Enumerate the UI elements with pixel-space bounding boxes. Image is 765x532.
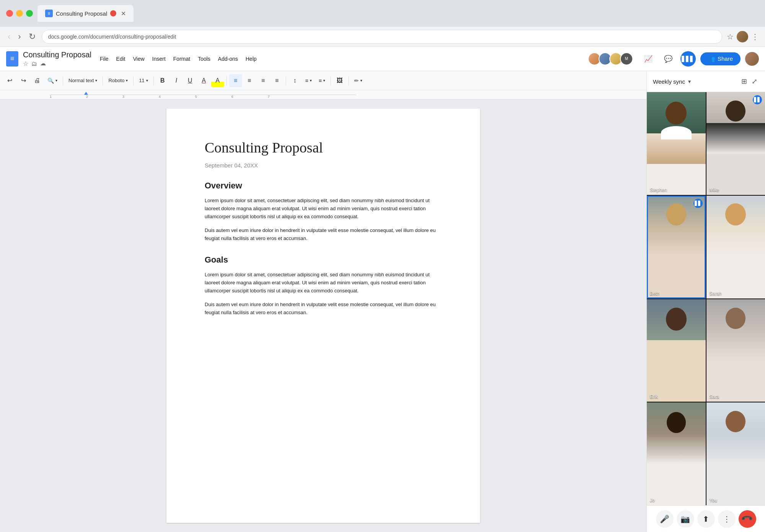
meet-present-button[interactable]: ⬆ [697, 510, 715, 528]
style-chevron: ▾ [95, 78, 97, 83]
font-size-dropdown[interactable]: 11 ▾ [136, 74, 151, 87]
text-style-value: Normal text [68, 78, 94, 83]
traffic-lights [6, 10, 33, 17]
mic-bars-icon: ▋▋▋ [682, 56, 694, 62]
line-spacing-button[interactable]: ↕ [288, 74, 301, 87]
font-value: Roboto [108, 78, 124, 83]
toolbar-sep-2 [103, 76, 103, 85]
meet-mic-button[interactable]: 🎤 [656, 510, 674, 528]
meet-more-button[interactable]: ⋮ [718, 510, 736, 528]
menu-insert[interactable]: Insert [148, 54, 169, 63]
forward-button[interactable]: › [16, 30, 22, 43]
participant-cell-beth[interactable]: ▋▋ Beth [647, 196, 706, 298]
browser-actions: ☆ ⋮ [727, 31, 759, 42]
print-button[interactable]: 🖨 [31, 74, 44, 87]
minimize-traffic-light[interactable] [16, 10, 23, 17]
beth-speaking-border [647, 196, 706, 298]
browser-menu-button[interactable]: ⋮ [751, 32, 759, 41]
text-style-dropdown[interactable]: Normal text ▾ [65, 74, 100, 87]
participant-cell-you[interactable]: You [706, 402, 765, 505]
meet-header: Weekly sync ▾ ⊞ ⤢ [647, 71, 765, 92]
redo-button[interactable]: ↪ [17, 74, 30, 87]
doc-date: September 04, 20XX [205, 162, 442, 169]
menu-edit[interactable]: Edit [112, 54, 129, 63]
menu-addons[interactable]: Add-ons [214, 54, 242, 63]
editing-mode-dropdown[interactable]: ✏▾ [351, 74, 365, 87]
meet-camera-button[interactable]: 📷 [677, 510, 694, 528]
font-color-button[interactable]: A [197, 74, 210, 87]
font-family-dropdown[interactable]: Roboto ▾ [105, 74, 131, 87]
align-justify-button[interactable]: ≡ [270, 74, 283, 87]
mike-mic-indicator: ▋▋ [753, 95, 762, 104]
participant-name-sara: Sara [710, 394, 719, 399]
tab-bar: ≡ Consulting Proposal ✕ [37, 5, 759, 22]
docs-menu: File Edit View Insert Format Tools Add-o… [96, 54, 260, 63]
underline-button[interactable]: U [184, 74, 197, 87]
undo-button[interactable]: ↩ [3, 74, 16, 87]
svg-marker-8 [84, 92, 88, 95]
participant-name-mike: Mike [710, 187, 719, 193]
share-button[interactable]: 👥 Share [700, 52, 741, 65]
user-profile-avatar[interactable] [745, 52, 759, 66]
goals-heading: Goals [205, 255, 442, 265]
align-right-button[interactable]: ≡ [257, 74, 270, 87]
share-label: Share [718, 55, 733, 62]
zoom-dropdown[interactable]: 🔍 ▾ [44, 74, 60, 87]
align-left-button[interactable]: ≡ [229, 74, 242, 87]
menu-file[interactable]: File [96, 54, 112, 63]
goals-para-2: Duis autem vel eum iriure dolor in hendr… [205, 301, 442, 317]
meet-mic-header-button[interactable]: ▋▋▋ [680, 51, 696, 66]
overview-para-2: Duis autem vel eum iriure dolor in hendr… [205, 227, 442, 243]
align-center-button[interactable]: ≡ [243, 74, 256, 87]
bookmark-button[interactable]: ☆ [727, 32, 734, 41]
meet-end-call-button[interactable]: 📞 [739, 510, 756, 528]
participant-cell-jo[interactable]: Jo [647, 402, 706, 505]
italic-button[interactable]: I [170, 74, 183, 87]
participant-name-jo: Jo [650, 498, 655, 503]
font-chevron: ▾ [126, 78, 128, 83]
meet-chevron-icon[interactable]: ▾ [688, 78, 691, 84]
tab-recording-indicator [110, 10, 116, 16]
star-icon[interactable]: ☆ [23, 60, 28, 67]
refresh-button[interactable]: ↻ [27, 30, 37, 43]
participant-cell-sara[interactable]: Sara [706, 299, 765, 402]
menu-help[interactable]: Help [242, 54, 260, 63]
svg-text:7: 7 [268, 95, 270, 99]
meet-layout-btn[interactable]: ⊞ [740, 76, 749, 87]
number-list-dropdown[interactable]: ≡▾ [316, 74, 328, 87]
highlight-button[interactable]: A [211, 74, 224, 87]
close-traffic-light[interactable] [6, 10, 13, 17]
meet-popout-btn[interactable]: ⤢ [750, 76, 759, 87]
meet-avatar-in-header[interactable]: M [620, 52, 633, 65]
participant-cell-erik[interactable]: Erik [647, 299, 706, 402]
docs-logo: ≡ [6, 51, 18, 66]
drive-icon: 🗂 [31, 60, 37, 67]
participant-cell-mike[interactable]: ▋▋ Mike [706, 92, 765, 195]
participant-name-sarah: Sarah [710, 291, 722, 296]
menu-format[interactable]: Format [169, 54, 194, 63]
back-button[interactable]: ‹ [6, 30, 12, 43]
ruler: 1 2 3 4 5 6 7 [0, 90, 646, 99]
svg-text:5: 5 [195, 95, 197, 99]
activity-button[interactable]: 📈 [641, 51, 656, 66]
meet-title: Weekly sync [653, 78, 685, 85]
active-tab[interactable]: ≡ Consulting Proposal ✕ [37, 5, 133, 22]
bullet-list-dropdown[interactable]: ≡▾ [302, 74, 315, 87]
font-size-value: 11 [139, 78, 144, 83]
meet-title-area: Weekly sync ▾ [653, 78, 691, 85]
tab-close-button[interactable]: ✕ [121, 10, 126, 17]
menu-tools[interactable]: Tools [194, 54, 214, 63]
comment-button[interactable]: 💬 [661, 51, 676, 66]
participant-cell-stephen[interactable]: Stephen [647, 92, 706, 195]
participant-cell-sarah[interactable]: Sarah [706, 196, 765, 298]
doc-area[interactable]: Consulting Proposal September 04, 20XX O… [0, 99, 646, 532]
menu-view[interactable]: View [129, 54, 148, 63]
doc-page: Consulting Proposal September 04, 20XX O… [166, 109, 480, 523]
doc-filename[interactable]: Consulting Proposal [23, 50, 91, 59]
participant-name-you: You [710, 498, 717, 503]
maximize-traffic-light[interactable] [26, 10, 33, 17]
address-bar[interactable]: docs.google.com/document/d/consulting-pr… [42, 30, 722, 44]
bold-button[interactable]: B [156, 74, 169, 87]
browser-profile-avatar[interactable] [737, 31, 748, 42]
insert-image-button[interactable]: 🖼 [333, 74, 346, 87]
